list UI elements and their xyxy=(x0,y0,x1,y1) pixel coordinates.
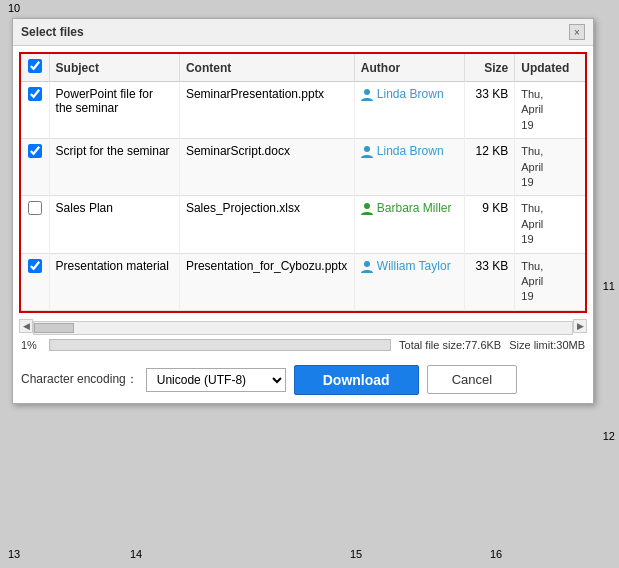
row-subject: Script for the seminar xyxy=(49,139,179,196)
row-size: 33 KB xyxy=(465,82,515,139)
encoding-label: Character encoding： xyxy=(21,371,138,388)
row-subject: Sales Plan xyxy=(49,196,179,253)
label-14: 14 xyxy=(130,548,142,560)
table-row: Presentation materialPresentation_for_Cy… xyxy=(21,253,585,310)
table-row: Script for the seminarSeminarScript.docx… xyxy=(21,139,585,196)
header-checkbox-cell xyxy=(21,54,49,82)
author-link[interactable]: Barbara Miller xyxy=(361,201,458,216)
horizontal-scrollbar[interactable] xyxy=(33,321,573,335)
person-blue-icon xyxy=(361,88,375,102)
row-author: Barbara Miller xyxy=(354,196,464,253)
row-checkbox-cell xyxy=(21,139,49,196)
row-checkbox-cell xyxy=(21,253,49,310)
row-content: SeminarScript.docx xyxy=(179,139,354,196)
header-content: Content xyxy=(179,54,354,82)
header-size: Size xyxy=(465,54,515,82)
scrollbar-thumb xyxy=(34,323,74,333)
row-author: Linda Brown xyxy=(354,139,464,196)
row-subject: Presentation material xyxy=(49,253,179,310)
row-checkbox-2[interactable] xyxy=(28,201,42,215)
author-link[interactable]: Linda Brown xyxy=(361,87,458,102)
row-author: William Taylor xyxy=(354,253,464,310)
svg-point-2 xyxy=(364,203,370,209)
author-link[interactable]: Linda Brown xyxy=(361,144,458,159)
scroll-area: ◀ ▶ xyxy=(19,319,587,335)
label-15: 15 xyxy=(350,548,362,560)
encoding-select[interactable]: Unicode (UTF-8) Shift_JIS EUC-JP xyxy=(146,368,286,392)
row-subject: PowerPoint file for the seminar xyxy=(49,82,179,139)
progress-row: 1% Total file size:77.6KB Size limit:30M… xyxy=(21,339,585,351)
row-updated: Thu,April19 xyxy=(515,253,585,310)
row-checkbox-cell xyxy=(21,82,49,139)
label-11: 11 xyxy=(603,280,615,292)
author-name: Barbara Miller xyxy=(377,201,452,215)
row-updated: Thu,April19 xyxy=(515,196,585,253)
row-checkbox-cell xyxy=(21,196,49,253)
person-green-icon xyxy=(361,202,375,216)
label-13: 13 xyxy=(8,548,20,560)
select-files-dialog: Select files × Subject Content Author Si… xyxy=(12,18,594,404)
files-table-container: Subject Content Author Size Updated Powe… xyxy=(19,52,587,313)
row-checkbox-0[interactable] xyxy=(28,87,42,101)
dialog-title-bar: Select files × xyxy=(13,19,593,46)
label-10: 10 xyxy=(8,2,20,14)
header-subject: Subject xyxy=(49,54,179,82)
svg-point-3 xyxy=(364,261,370,267)
author-name: Linda Brown xyxy=(377,144,444,158)
size-limit: Size limit:30MB xyxy=(509,339,585,351)
header-author: Author xyxy=(354,54,464,82)
scroll-right-button[interactable]: ▶ xyxy=(573,319,587,333)
row-author: Linda Brown xyxy=(354,82,464,139)
progress-bar-fill xyxy=(50,340,53,350)
svg-point-0 xyxy=(364,89,370,95)
row-updated: Thu,April19 xyxy=(515,82,585,139)
label-12: 12 xyxy=(603,430,615,442)
svg-point-1 xyxy=(364,146,370,152)
author-name: Linda Brown xyxy=(377,87,444,101)
close-button[interactable]: × xyxy=(569,24,585,40)
table-row: PowerPoint file for the seminarSeminarPr… xyxy=(21,82,585,139)
person-blue-icon xyxy=(361,260,375,274)
dialog-title: Select files xyxy=(21,25,84,39)
scroll-left-button[interactable]: ◀ xyxy=(19,319,33,333)
files-table: Subject Content Author Size Updated Powe… xyxy=(21,54,585,311)
row-checkbox-1[interactable] xyxy=(28,144,42,158)
header-updated: Updated xyxy=(515,54,585,82)
row-updated: Thu,April19 xyxy=(515,139,585,196)
row-checkbox-3[interactable] xyxy=(28,259,42,273)
row-size: 9 KB xyxy=(465,196,515,253)
percent-label: 1% xyxy=(21,339,41,351)
row-size: 12 KB xyxy=(465,139,515,196)
action-row: Character encoding： Unicode (UTF-8) Shif… xyxy=(13,361,593,403)
author-link[interactable]: William Taylor xyxy=(361,259,458,274)
author-name: William Taylor xyxy=(377,259,451,273)
row-content: Sales_Projection.xlsx xyxy=(179,196,354,253)
row-content: Presentation_for_Cybozu.pptx xyxy=(179,253,354,310)
select-all-checkbox[interactable] xyxy=(28,59,42,73)
label-16: 16 xyxy=(490,548,502,560)
progress-bar xyxy=(49,339,391,351)
cancel-button[interactable]: Cancel xyxy=(427,365,517,394)
person-blue-icon xyxy=(361,145,375,159)
table-row: Sales PlanSales_Projection.xlsx Barbara … xyxy=(21,196,585,253)
row-size: 33 KB xyxy=(465,253,515,310)
bottom-section: 1% Total file size:77.6KB Size limit:30M… xyxy=(13,335,593,361)
row-content: SeminarPresentation.pptx xyxy=(179,82,354,139)
total-file-size: Total file size:77.6KB xyxy=(399,339,501,351)
download-button[interactable]: Download xyxy=(294,365,419,395)
